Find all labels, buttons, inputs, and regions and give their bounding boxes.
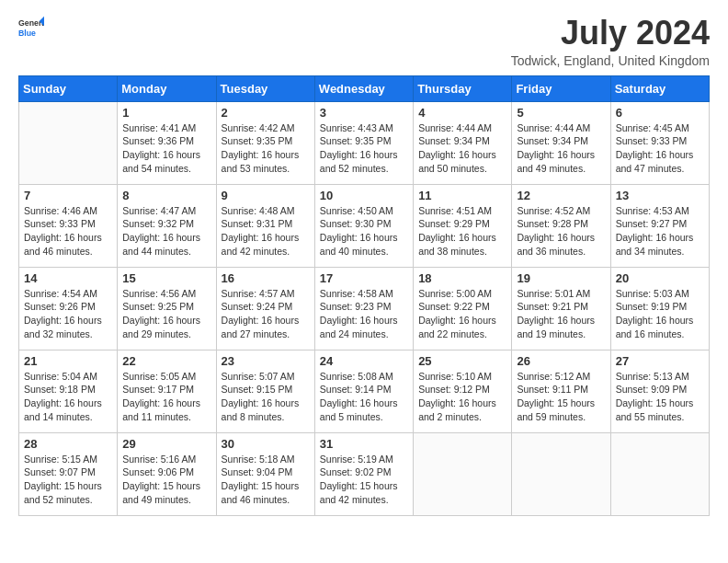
day-number: 12 [517, 189, 605, 202]
calendar-day-cell: 19Sunrise: 5:01 AMSunset: 9:21 PMDayligh… [512, 267, 610, 350]
day-info: Sunrise: 4:56 AMSunset: 9:25 PMDaylight:… [122, 287, 210, 341]
day-info: Sunrise: 5:12 AMSunset: 9:11 PMDaylight:… [517, 370, 605, 424]
day-info: Sunrise: 5:04 AMSunset: 9:18 PMDaylight:… [24, 370, 112, 424]
day-of-week-header: Monday [118, 75, 216, 101]
day-number: 16 [222, 271, 310, 285]
calendar-day-cell: 21Sunrise: 5:04 AMSunset: 9:18 PMDayligh… [19, 350, 118, 432]
calendar-day-cell: 10Sunrise: 4:50 AMSunset: 9:30 PMDayligh… [314, 184, 413, 267]
calendar-day-cell: 23Sunrise: 5:07 AMSunset: 9:15 PMDayligh… [216, 350, 314, 432]
calendar-week-row: 28Sunrise: 5:15 AMSunset: 9:07 PMDayligh… [19, 432, 710, 515]
day-info: Sunrise: 5:07 AMSunset: 9:15 PMDaylight:… [222, 370, 310, 424]
day-number: 6 [616, 106, 704, 120]
day-info: Sunrise: 4:47 AMSunset: 9:32 PMDaylight:… [122, 204, 210, 259]
day-info: Sunrise: 4:44 AMSunset: 9:34 PMDaylight:… [418, 121, 506, 176]
day-number: 20 [616, 271, 704, 285]
day-info: Sunrise: 5:13 AMSunset: 9:09 PMDaylight:… [616, 370, 704, 424]
day-info: Sunrise: 4:41 AMSunset: 9:36 PMDaylight:… [122, 121, 210, 176]
title-area: July 2024 Todwick, England, United Kingd… [511, 15, 710, 68]
calendar-day-cell: 27Sunrise: 5:13 AMSunset: 9:09 PMDayligh… [610, 350, 709, 432]
day-of-week-header: Wednesday [314, 75, 413, 101]
calendar-day-cell: 8Sunrise: 4:47 AMSunset: 9:32 PMDaylight… [118, 184, 216, 267]
day-number: 19 [517, 271, 605, 285]
day-info: Sunrise: 5:03 AMSunset: 9:19 PMDaylight:… [616, 287, 704, 341]
day-number: 14 [24, 271, 112, 285]
calendar-day-cell: 13Sunrise: 4:53 AMSunset: 9:27 PMDayligh… [610, 184, 709, 267]
day-number: 18 [418, 271, 506, 285]
day-info: Sunrise: 5:00 AMSunset: 9:22 PMDaylight:… [418, 287, 506, 341]
calendar-day-cell: 20Sunrise: 5:03 AMSunset: 9:19 PMDayligh… [610, 267, 709, 350]
day-number: 24 [320, 354, 408, 368]
calendar-week-row: 7Sunrise: 4:46 AMSunset: 9:33 PMDaylight… [19, 184, 710, 267]
day-info: Sunrise: 4:57 AMSunset: 9:24 PMDaylight:… [222, 287, 310, 341]
day-number: 13 [616, 189, 704, 202]
day-number: 7 [24, 189, 112, 202]
calendar-day-cell [19, 101, 118, 184]
day-info: Sunrise: 5:16 AMSunset: 9:06 PMDaylight:… [122, 453, 210, 507]
calendar-day-cell: 26Sunrise: 5:12 AMSunset: 9:11 PMDayligh… [512, 350, 610, 432]
logo: General Blue [18, 15, 44, 40]
logo-icon: General Blue [18, 15, 44, 40]
calendar-day-cell [414, 432, 512, 515]
day-number: 8 [122, 189, 210, 202]
day-of-week-header: Thursday [414, 75, 512, 101]
day-info: Sunrise: 5:05 AMSunset: 9:17 PMDaylight:… [122, 370, 210, 424]
day-info: Sunrise: 4:51 AMSunset: 9:29 PMDaylight:… [418, 204, 506, 259]
calendar-day-cell: 12Sunrise: 4:52 AMSunset: 9:28 PMDayligh… [512, 184, 610, 267]
day-number: 23 [222, 354, 310, 368]
calendar-day-cell: 22Sunrise: 5:05 AMSunset: 9:17 PMDayligh… [118, 350, 216, 432]
calendar-week-row: 21Sunrise: 5:04 AMSunset: 9:18 PMDayligh… [19, 350, 710, 432]
day-number: 28 [24, 437, 112, 451]
calendar-day-cell: 24Sunrise: 5:08 AMSunset: 9:14 PMDayligh… [314, 350, 413, 432]
day-number: 29 [122, 437, 210, 451]
day-of-week-header: Tuesday [216, 75, 314, 101]
day-of-week-header: Sunday [19, 75, 118, 101]
svg-text:Blue: Blue [18, 29, 36, 38]
location: Todwick, England, United Kingdom [511, 53, 710, 68]
calendar-day-cell: 11Sunrise: 4:51 AMSunset: 9:29 PMDayligh… [414, 184, 512, 267]
header: General Blue July 2024 Todwick, England,… [18, 15, 710, 68]
day-info: Sunrise: 5:19 AMSunset: 9:02 PMDaylight:… [320, 453, 408, 507]
day-number: 3 [320, 106, 408, 120]
calendar-day-cell: 28Sunrise: 5:15 AMSunset: 9:07 PMDayligh… [19, 432, 118, 515]
day-info: Sunrise: 5:10 AMSunset: 9:12 PMDaylight:… [418, 370, 506, 424]
day-number: 1 [122, 106, 210, 120]
day-info: Sunrise: 5:01 AMSunset: 9:21 PMDaylight:… [517, 287, 605, 341]
calendar-body: 1Sunrise: 4:41 AMSunset: 9:36 PMDaylight… [19, 101, 710, 515]
day-info: Sunrise: 4:54 AMSunset: 9:26 PMDaylight:… [24, 287, 112, 341]
calendar-week-row: 1Sunrise: 4:41 AMSunset: 9:36 PMDaylight… [19, 101, 710, 184]
day-info: Sunrise: 4:45 AMSunset: 9:33 PMDaylight:… [616, 121, 704, 176]
day-info: Sunrise: 5:08 AMSunset: 9:14 PMDaylight:… [320, 370, 408, 424]
calendar-day-cell: 9Sunrise: 4:48 AMSunset: 9:31 PMDaylight… [216, 184, 314, 267]
day-number: 27 [616, 354, 704, 368]
day-number: 26 [517, 354, 605, 368]
calendar-day-cell: 1Sunrise: 4:41 AMSunset: 9:36 PMDaylight… [118, 101, 216, 184]
calendar-day-cell: 7Sunrise: 4:46 AMSunset: 9:33 PMDaylight… [19, 184, 118, 267]
day-number: 17 [320, 271, 408, 285]
day-number: 31 [320, 437, 408, 451]
day-info: Sunrise: 4:53 AMSunset: 9:27 PMDaylight:… [616, 204, 704, 259]
days-of-week-row: SundayMondayTuesdayWednesdayThursdayFrid… [19, 75, 710, 101]
calendar-day-cell [610, 432, 709, 515]
day-number: 5 [517, 106, 605, 120]
day-info: Sunrise: 4:44 AMSunset: 9:34 PMDaylight:… [517, 121, 605, 176]
calendar-day-cell [512, 432, 610, 515]
day-number: 10 [320, 189, 408, 202]
month-title: July 2024 [511, 15, 710, 52]
calendar-day-cell: 6Sunrise: 4:45 AMSunset: 9:33 PMDaylight… [610, 101, 709, 184]
calendar-day-cell: 4Sunrise: 4:44 AMSunset: 9:34 PMDaylight… [414, 101, 512, 184]
day-info: Sunrise: 4:42 AMSunset: 9:35 PMDaylight:… [222, 121, 310, 176]
calendar-day-cell: 31Sunrise: 5:19 AMSunset: 9:02 PMDayligh… [314, 432, 413, 515]
day-number: 15 [122, 271, 210, 285]
calendar-header: SundayMondayTuesdayWednesdayThursdayFrid… [19, 75, 710, 101]
calendar-day-cell: 30Sunrise: 5:18 AMSunset: 9:04 PMDayligh… [216, 432, 314, 515]
calendar-week-row: 14Sunrise: 4:54 AMSunset: 9:26 PMDayligh… [19, 267, 710, 350]
calendar-day-cell: 3Sunrise: 4:43 AMSunset: 9:35 PMDaylight… [314, 101, 413, 184]
calendar-day-cell: 25Sunrise: 5:10 AMSunset: 9:12 PMDayligh… [414, 350, 512, 432]
calendar-day-cell: 17Sunrise: 4:58 AMSunset: 9:23 PMDayligh… [314, 267, 413, 350]
day-number: 25 [418, 354, 506, 368]
calendar-day-cell: 18Sunrise: 5:00 AMSunset: 9:22 PMDayligh… [414, 267, 512, 350]
calendar-day-cell: 5Sunrise: 4:44 AMSunset: 9:34 PMDaylight… [512, 101, 610, 184]
day-number: 2 [222, 106, 310, 120]
day-info: Sunrise: 5:18 AMSunset: 9:04 PMDaylight:… [222, 453, 310, 507]
svg-text:General: General [18, 18, 44, 28]
